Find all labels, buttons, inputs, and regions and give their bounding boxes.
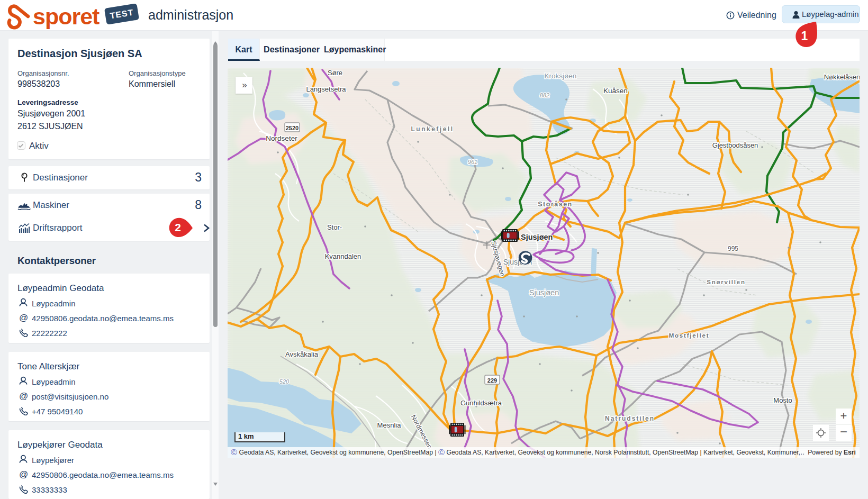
svg-text:Langsetsetra: Langsetsetra [306, 85, 346, 93]
svg-text:995: 995 [728, 245, 738, 252]
svg-text:Snørvillen: Snørvillen [707, 279, 746, 285]
svg-text:2520: 2520 [286, 125, 299, 131]
svg-text:961: 961 [468, 159, 477, 165]
svg-text:Stor-: Stor- [327, 223, 342, 231]
svg-text:Mesnlia: Mesnlia [377, 421, 402, 429]
svg-text:sporet: sporet [33, 4, 100, 29]
svg-text:229: 229 [487, 377, 497, 384]
svg-text:Kroksjøen: Kroksjøen [545, 72, 577, 80]
svg-text:Natrudstilen: Natrudstilen [605, 415, 655, 422]
svg-text:Gjestbodsåsen: Gjestbodsåsen [712, 141, 758, 149]
svg-text:@: @ [19, 313, 28, 323]
svg-text:1: 1 [801, 29, 808, 43]
svg-text:Avskåkalia: Avskåkalia [285, 350, 319, 358]
svg-text:Sjusjøen: Sjusjøen [521, 233, 553, 241]
svg-text:Nøkkelåsen: Nøkkelåsen [824, 73, 860, 81]
svg-text:@: @ [19, 391, 28, 401]
svg-text:Kvanndalen: Kvanndalen [325, 252, 361, 260]
svg-text:Storåsen: Storåsen [538, 201, 573, 208]
svg-text:Mosto: Mosto [773, 396, 792, 404]
svg-text:520: 520 [279, 378, 290, 385]
svg-text:Kuåsen: Kuåsen [603, 87, 628, 95]
svg-text:@: @ [19, 469, 28, 479]
svg-text:Lunkefjell: Lunkefjell [411, 125, 454, 133]
svg-text:Søre: Søre [328, 69, 342, 77]
svg-text:2: 2 [175, 221, 181, 233]
svg-text:Gunhildsætra: Gunhildsætra [460, 399, 502, 407]
svg-text:Sjusjøen: Sjusjøen [529, 288, 559, 297]
svg-text:Mostfjellet: Mostfjellet [669, 332, 710, 339]
svg-text:Nordseter: Nordseter [266, 134, 297, 142]
svg-text:882: 882 [540, 92, 549, 98]
